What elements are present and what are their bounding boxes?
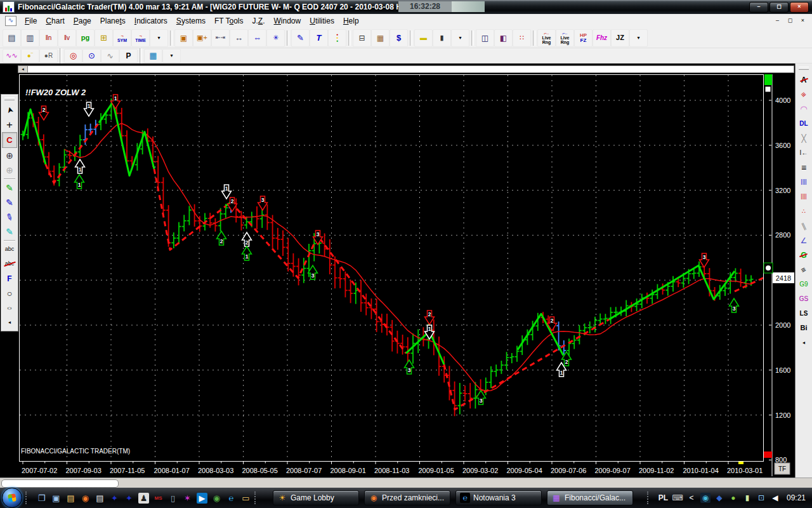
bird-blue2-icon[interactable]: ✦ <box>124 493 134 504</box>
candle-style-button-icon[interactable]: ▮ <box>433 29 451 47</box>
chrome-icon[interactable]: ◉ <box>211 493 222 504</box>
chevron-icon[interactable]: < <box>686 493 697 503</box>
expand-bars-button-icon[interactable]: ↔ <box>230 29 248 47</box>
intraday-v-button-icon[interactable]: ‖v <box>58 29 76 47</box>
angle-tool-icon[interactable]: A <box>797 72 811 87</box>
intraday-n-button-icon[interactable]: ‖n <box>39 29 58 47</box>
cascade-button-icon[interactable]: ▣ <box>174 29 193 47</box>
new-chart-button-icon[interactable]: ▤ <box>3 29 21 47</box>
task-przed-zamknieci[interactable]: ◉Przed zamknieci... <box>364 490 450 505</box>
menu-item-j-z[interactable]: J.Z. <box>247 15 269 27</box>
ie-icon[interactable]: ℮ <box>226 493 237 504</box>
person-icon[interactable]: ♟ <box>138 493 149 504</box>
task-fibonacci[interactable]: ▦Fibonacci/Galac... <box>547 490 633 505</box>
dropdown-3-icon[interactable]: ▾ <box>629 29 648 47</box>
arcs-tool-icon[interactable]: ◠ <box>797 102 811 116</box>
pan-button-icon[interactable]: ⇔ <box>248 29 266 47</box>
power-icon[interactable]: ▮ <box>742 493 752 503</box>
text-tool-button-icon[interactable]: T <box>310 29 328 47</box>
hp-fz-button-icon[interactable]: HPFZ <box>574 29 593 47</box>
snap-button-icon[interactable]: ✳ <box>266 29 285 47</box>
symbol-button-icon[interactable]: ¬SYM <box>113 29 131 47</box>
ellipse-flat-tool-icon[interactable]: ○ <box>3 300 16 315</box>
quote-board-button-icon[interactable]: ⊞ <box>95 29 113 47</box>
matrix-grid-button-icon[interactable]: ▦ <box>144 49 162 63</box>
gs-tool-icon[interactable]: GS <box>797 291 811 306</box>
updater-icon[interactable]: ◆ <box>714 493 724 503</box>
avast-icon[interactable]: ● <box>728 493 738 503</box>
close-button[interactable]: × <box>790 2 809 13</box>
tile-windows-alt-button-icon[interactable]: ◧ <box>494 29 513 47</box>
hlines-tool-icon[interactable]: ≡ <box>797 160 811 175</box>
pitchfork-tool-icon[interactable]: ∠ <box>797 233 811 248</box>
trendline-steep-tool-icon[interactable]: ✎ <box>3 210 16 224</box>
menu-item-planets[interactable]: Planets <box>96 15 130 27</box>
note-pencil-button-icon[interactable]: ✎ <box>291 29 310 47</box>
waves-button-icon[interactable]: ∿∿ <box>3 49 21 63</box>
restore-button[interactable]: ◻ <box>769 2 789 13</box>
palette-icon[interactable]: ✶ <box>182 493 193 504</box>
minimize-button[interactable]: – <box>749 2 768 13</box>
menu-item-ft-tools[interactable]: FT Tools <box>210 15 248 27</box>
cross-lines-tool-icon[interactable]: ╳ <box>797 131 811 145</box>
app-bottom-scrollbar[interactable] <box>0 478 812 488</box>
menu-item-window[interactable]: Window <box>270 15 306 27</box>
network-swirl-icon[interactable]: ◉ <box>700 493 710 503</box>
tile-windows-button-icon[interactable]: ◫ <box>476 29 494 47</box>
delete-text-tool-icon[interactable]: abc <box>3 257 16 271</box>
menu-item-utilities[interactable]: Utilities <box>305 15 339 27</box>
planet-wheel-button-icon[interactable]: ⊙ <box>82 49 101 63</box>
recycle-icon[interactable]: ▯ <box>167 493 178 504</box>
dl-tool-icon[interactable]: DL <box>797 116 811 131</box>
chart-canvas[interactable]: 21111123221332133221332007-07-022007-09-… <box>18 74 795 478</box>
keyboard-icon[interactable]: ⌨ <box>672 493 683 503</box>
g9-tool-icon[interactable]: G9 <box>797 277 811 291</box>
volume-icon[interactable]: ◀ <box>770 493 780 503</box>
ellipse-tool-icon[interactable]: ○ <box>3 286 16 300</box>
lan-icon[interactable]: ⊡ <box>756 493 766 503</box>
task-notowania[interactable]: ℮Notowania 3 <box>455 490 542 505</box>
wave-overlay-button-icon[interactable]: ∿ <box>101 49 119 63</box>
more-tools-arrow-icon[interactable]: ◂ <box>797 335 811 350</box>
grid-dots-button-icon[interactable]: ∷ <box>513 29 531 47</box>
explorer-icon[interactable]: ▤ <box>65 493 76 504</box>
open-chart-button-icon[interactable]: ▥ <box>21 29 39 47</box>
language-indicator[interactable]: PL <box>658 493 668 502</box>
firefox-icon[interactable]: ◉ <box>80 493 91 504</box>
bird-blue-icon[interactable]: ✦ <box>109 493 120 504</box>
p-wave-button-icon[interactable]: P <box>119 49 138 63</box>
gann-grid-tool-icon[interactable]: G <box>797 248 811 262</box>
menu-item-page[interactable]: Page <box>69 15 96 27</box>
window-switch-icon[interactable]: ▣ <box>51 493 62 504</box>
retracement-tool-icon[interactable]: I← <box>797 145 811 160</box>
time-button-icon[interactable]: ¬TIME <box>131 29 150 47</box>
calendar-button-icon[interactable]: ▦ <box>371 29 390 47</box>
fhz-button-icon[interactable]: Fhz <box>593 29 611 47</box>
zoom-out-tool-icon[interactable]: ⊕ <box>3 163 16 177</box>
more-tools-arrow-icon[interactable]: ◂ <box>3 315 16 330</box>
dropdown-1-icon[interactable]: ▾ <box>150 29 168 47</box>
live-range-blue-button-icon[interactable]: ⌐∙∙LiveRng <box>556 29 574 47</box>
notepad-icon[interactable]: ▤ <box>95 493 105 504</box>
scroll-left-button[interactable]: ◂ <box>18 66 28 72</box>
dollar-button-icon[interactable]: $ <box>390 29 408 47</box>
traffic-light-button-icon[interactable]: ●●● <box>328 29 346 47</box>
ruler-button-icon[interactable]: ▬ <box>414 29 433 47</box>
start-button[interactable] <box>2 488 22 508</box>
mdi-close-button[interactable]: × <box>797 17 808 25</box>
menu-item-chart[interactable]: Chart <box>41 15 69 27</box>
trendline-cyan-tool-icon[interactable]: ✎ <box>3 224 16 239</box>
compress-bars-button-icon[interactable]: ⇤⇥ <box>211 29 230 47</box>
menu-item-systems[interactable]: Systems <box>172 15 210 27</box>
trendline-blue-tool-icon[interactable]: ✎ <box>3 195 16 210</box>
mini-chart-tool-icon[interactable]: ∴ <box>797 204 811 218</box>
ms-icon[interactable]: MS <box>153 493 164 504</box>
dropdown-4-icon[interactable]: ▾ <box>162 49 181 63</box>
menu-item-indicators[interactable]: Indicators <box>130 15 172 27</box>
media-player-icon[interactable]: ▶ <box>197 493 207 504</box>
top-scrollbar[interactable]: ◂ <box>18 65 794 73</box>
mdi-restore-button[interactable]: ◻ <box>785 17 796 25</box>
zoom-in-tool-icon[interactable]: ⊕ <box>3 148 16 163</box>
vlines-blue-tool-icon[interactable]: |||| <box>797 175 811 189</box>
bi-tool-icon[interactable]: Bi <box>797 321 811 335</box>
